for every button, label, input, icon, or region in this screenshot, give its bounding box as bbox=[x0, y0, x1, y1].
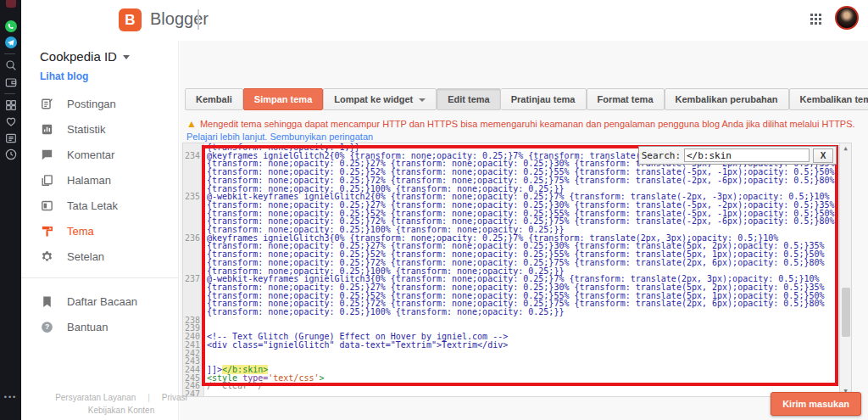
line-content[interactable]: /* Clear */ bbox=[203, 382, 838, 390]
nav-divider bbox=[21, 277, 178, 278]
sidebar-item-halaman[interactable]: Halaman bbox=[21, 167, 178, 193]
google-apps-icon[interactable] bbox=[810, 14, 823, 26]
blog-selector[interactable]: Cookpedia ID bbox=[21, 41, 178, 65]
sidebar-item-postingan[interactable]: Postingan bbox=[21, 91, 178, 116]
code-line: 242 bbox=[183, 350, 851, 358]
warning-text: Mengedit tema sehingga dapat mencampur H… bbox=[200, 119, 855, 129]
line-number: 235 bbox=[183, 193, 203, 234]
line-content[interactable] bbox=[203, 357, 838, 366]
chevron-down-icon bbox=[123, 55, 130, 59]
top-header: B Blogger bbox=[21, 0, 868, 41]
sidebar-item-bantuan[interactable]: ?Bantuan bbox=[21, 314, 178, 339]
line-content[interactable] bbox=[203, 316, 838, 325]
sidebar-item-label: Statistik bbox=[67, 123, 106, 136]
sidebar-item-label: Bantuan bbox=[67, 321, 108, 333]
sidebar-item-komentar[interactable]: Komentar bbox=[21, 142, 178, 167]
speed-dial-icon[interactable] bbox=[4, 98, 18, 112]
sidebar-item-label: Tema bbox=[67, 225, 94, 238]
code-line: 236@keyframes ignielGlitch3{0% {transfor… bbox=[183, 234, 851, 276]
save-theme-button[interactable]: Simpan tema bbox=[243, 88, 323, 110]
line-content[interactable] bbox=[203, 390, 838, 397]
terms-link[interactable]: Persyaratan Layanan bbox=[55, 393, 136, 402]
bookmarks-heart-icon[interactable] bbox=[4, 115, 18, 128]
theme-code-editor[interactable]: {transform: none;opacity: 1;}}234@keyfra… bbox=[182, 143, 852, 397]
wallet-icon[interactable] bbox=[4, 76, 18, 89]
line-content[interactable]: @-webkit-keyframes ignielGlitch3{0% {tra… bbox=[203, 275, 838, 316]
sidebar-item-label: Halaman bbox=[67, 174, 111, 187]
search-label: Search: bbox=[642, 150, 681, 161]
sidebar-item-statistik[interactable]: Statistik bbox=[21, 116, 178, 142]
blog-name: Cookpedia ID bbox=[40, 49, 117, 64]
line-content[interactable]: <div class="ignielGlitch" data-text="Tex… bbox=[203, 341, 838, 350]
help-icon: ? bbox=[40, 320, 54, 334]
browser-sidebar-rail: ••• bbox=[0, 0, 21, 420]
blog-sidebar: Cookpedia ID Lihat blog PostinganStatist… bbox=[21, 41, 179, 420]
send-feedback-button[interactable]: Kirim masukan bbox=[771, 392, 861, 416]
line-number: 237 bbox=[183, 275, 203, 316]
comments-icon bbox=[40, 148, 54, 162]
sidebar-item-tema[interactable]: Tema bbox=[21, 218, 178, 244]
theme-icon bbox=[40, 224, 54, 238]
privacy-link[interactable]: Privasi bbox=[162, 393, 187, 402]
format-theme-button[interactable]: Format tema bbox=[587, 88, 665, 110]
news-icon[interactable] bbox=[4, 132, 18, 145]
footer-separator: | bbox=[147, 393, 150, 402]
sidebar-more-icon[interactable]: ••• bbox=[4, 393, 17, 401]
warning-triangle-icon: ▲ bbox=[186, 118, 197, 130]
sidebar-item-setelan[interactable]: Setelan bbox=[21, 244, 178, 269]
line-number: 234 bbox=[183, 152, 203, 193]
learn-more-link[interactable]: Pelajari lebih lanjut. bbox=[186, 132, 267, 142]
avatar[interactable] bbox=[835, 6, 859, 30]
nav-items: PostinganStatistikKomentarHalamanTata Le… bbox=[21, 91, 178, 339]
back-button[interactable]: Kembali bbox=[185, 88, 243, 110]
preview-theme-tab[interactable]: Pratinjau tema bbox=[501, 88, 587, 110]
line-content[interactable]: @keyframes ignielGlitch3{0% {transform: … bbox=[203, 234, 838, 276]
edit-theme-tab[interactable]: Edit tema bbox=[437, 88, 501, 110]
theme-toolbar: Kembali Simpan tema Lompat ke widget Edi… bbox=[185, 88, 861, 110]
editor-scrollbar[interactable]: ▲ ▼ bbox=[839, 143, 851, 396]
code-line: 243 bbox=[183, 357, 851, 366]
partial-pinned-icon bbox=[6, 0, 16, 8]
jump-to-widget-dropdown[interactable]: Lompat ke widget bbox=[323, 88, 437, 110]
line-content[interactable] bbox=[203, 350, 838, 358]
search-input[interactable] bbox=[684, 148, 810, 162]
whatsapp-icon[interactable] bbox=[4, 20, 18, 33]
sidebar-item-label: Tata Letak bbox=[67, 199, 118, 212]
scroll-up-icon[interactable]: ▲ bbox=[840, 145, 851, 152]
sidebar-item-label: Komentar bbox=[67, 148, 114, 161]
blogger-theme-editor-page: ••• B Blogger Cookpedia ID Lihat blog Po… bbox=[0, 0, 868, 420]
sidebar-item-tata-letak[interactable]: Tata Letak bbox=[21, 193, 178, 218]
layout-icon bbox=[40, 199, 54, 213]
scrollbar-thumb[interactable] bbox=[842, 288, 850, 337]
blogger-logo-icon[interactable]: B bbox=[119, 8, 142, 31]
line-content[interactable]: <style type='text/css'> bbox=[203, 374, 838, 383]
close-search-button[interactable]: X bbox=[813, 148, 833, 163]
rail-divider bbox=[4, 53, 15, 54]
code-line: 245<style type='text/css'> bbox=[183, 374, 851, 383]
editor-search-bar: Search: X bbox=[638, 146, 837, 165]
footer-links: Persyaratan Layanan|Privasi Kebijakan Ko… bbox=[42, 391, 200, 417]
line-number: 236 bbox=[183, 234, 203, 276]
header-divider bbox=[198, 9, 199, 30]
svg-text:?: ? bbox=[45, 322, 49, 331]
sidebar-item-label: Setelan bbox=[67, 250, 104, 263]
history-icon[interactable] bbox=[4, 148, 18, 161]
line-content[interactable]: @-webkit-keyframes ignielGlitch2{0% {tra… bbox=[203, 193, 838, 234]
content-policy-link[interactable]: Kebijakan Konten bbox=[88, 406, 154, 415]
stats-icon bbox=[40, 122, 54, 137]
revert-widget-default-button[interactable]: Kembalikan tema widget ke default bbox=[789, 88, 868, 110]
hide-warning-link[interactable]: Sembunyikan peringatan bbox=[270, 132, 373, 142]
reading-icon bbox=[40, 294, 54, 309]
view-blog-link[interactable]: Lihat blog bbox=[21, 65, 178, 91]
sidebar-item-daftar-bacaan[interactable]: Daftar Bacaan bbox=[21, 288, 178, 314]
code-line: 241<div class="ignielGlitch" data-text="… bbox=[183, 341, 851, 350]
telegram-icon[interactable] bbox=[4, 36, 18, 49]
code-line: 247 bbox=[183, 390, 851, 397]
rail-icons bbox=[4, 16, 18, 165]
app-title: Blogger bbox=[150, 9, 209, 29]
search-icon[interactable] bbox=[4, 59, 18, 72]
revert-changes-button[interactable]: Kembalikan perubahan bbox=[665, 88, 789, 110]
rail-divider bbox=[4, 93, 15, 94]
chevron-down-icon bbox=[419, 98, 426, 102]
code-area[interactable]: {transform: none;opacity: 1;}}234@keyfra… bbox=[183, 143, 851, 397]
